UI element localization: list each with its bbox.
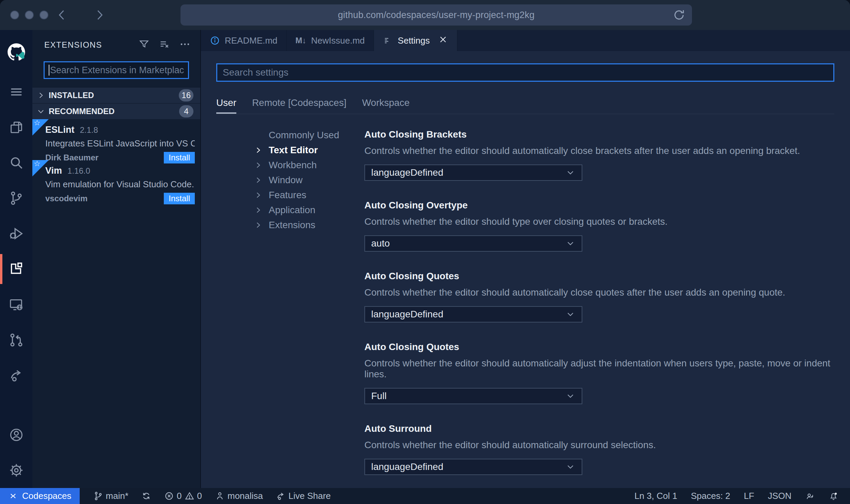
- notifications-item[interactable]: [825, 491, 842, 501]
- window-close-button[interactable]: [10, 11, 19, 19]
- live-share-icon[interactable]: [0, 358, 32, 393]
- chevron-right-icon: [254, 221, 263, 230]
- github-codespaces-logo: [0, 30, 32, 74]
- setting-select[interactable]: auto: [364, 235, 582, 252]
- extension-version: 1.16.0: [67, 166, 90, 176]
- tab-label: NewIssue.md: [311, 35, 365, 46]
- setting-title: Auto Closing Overtype: [364, 200, 834, 211]
- user-status-item[interactable]: monalisa: [211, 491, 267, 501]
- filter-icon[interactable]: [138, 38, 150, 51]
- extension-list-item[interactable]: ☆ Vim 1.16.0 Vim emulation for Visual St…: [32, 160, 200, 201]
- extension-list-item[interactable]: ☆ ESLint 2.1.8 Integrates ESLint JavaScr…: [32, 119, 200, 160]
- settings-gear-icon[interactable]: [0, 453, 32, 488]
- cursor-position-item[interactable]: Ln 3, Col 1: [631, 491, 681, 501]
- eol-item[interactable]: LF: [740, 491, 757, 501]
- extension-description: Vim emulation for Visual Studio Code...: [45, 179, 195, 190]
- extension-author: vscodevim: [45, 194, 164, 203]
- chevron-right-icon: [36, 91, 45, 100]
- chevron-down-icon: [565, 391, 576, 401]
- toc-extensions[interactable]: Extensions: [254, 218, 364, 233]
- tab-settings[interactable]: Settings: [374, 30, 457, 51]
- extensions-search-input[interactable]: [50, 65, 184, 76]
- tab-label: Settings: [398, 35, 430, 46]
- scope-tab-workspace[interactable]: Workspace: [362, 97, 410, 114]
- git-branch-icon: [93, 491, 103, 501]
- tab-readme[interactable]: README.md: [201, 30, 287, 51]
- chevron-right-icon: [254, 146, 263, 155]
- language-mode-item[interactable]: JSON: [765, 491, 795, 501]
- browser-window: github.com/codespaces/user-my-project-mg…: [0, 0, 850, 504]
- run-debug-icon[interactable]: [0, 216, 32, 251]
- browser-chrome: github.com/codespaces/user-my-project-mg…: [0, 0, 850, 30]
- live-share-icon: [276, 491, 286, 501]
- toc-commonly-used[interactable]: Commonly Used: [254, 128, 364, 143]
- chevron-down-icon: [565, 238, 576, 249]
- address-bar[interactable]: github.com/codespaces/user-my-project-mg…: [180, 4, 692, 26]
- toc-features[interactable]: Features: [254, 188, 364, 203]
- setting-select[interactable]: languageDefined: [364, 164, 582, 181]
- forward-icon[interactable]: [92, 7, 107, 24]
- recommended-section-header[interactable]: RECOMMENDED 4: [32, 103, 200, 119]
- toc-text-editor[interactable]: Text Editor: [254, 143, 364, 158]
- sync-status-item[interactable]: [137, 491, 155, 501]
- setting-select[interactable]: languageDefined: [364, 459, 582, 475]
- scope-tab-remote[interactable]: Remote [Codespaces]: [252, 97, 346, 114]
- installed-section-header[interactable]: INSTALLED 16: [32, 87, 200, 103]
- editor-area: README.md M↓ NewIssue.md Settings User: [201, 30, 850, 488]
- extension-name: ESLint: [45, 125, 75, 135]
- markdown-icon: M↓: [296, 36, 306, 45]
- bell-icon: [829, 491, 838, 501]
- setting-item: Auto Surround Controls whether the edito…: [364, 423, 834, 475]
- clear-search-results-icon[interactable]: [159, 38, 170, 51]
- recommended-section-label: RECOMMENDED: [49, 107, 179, 116]
- account-icon[interactable]: [0, 417, 32, 453]
- search-icon[interactable]: [0, 145, 32, 180]
- source-control-icon[interactable]: [0, 180, 32, 216]
- sidebar-title: EXTENSIONS: [44, 40, 138, 50]
- extension-name: Vim: [45, 166, 62, 176]
- install-button[interactable]: Install: [164, 193, 195, 204]
- toc-workbench[interactable]: Workbench: [254, 158, 364, 173]
- text-cursor: [49, 65, 49, 76]
- problems-status-item[interactable]: 0 0: [160, 491, 206, 501]
- pull-requests-icon[interactable]: [0, 322, 32, 358]
- scope-tab-user[interactable]: User: [216, 97, 236, 114]
- setting-title: Auto Closing Quotes: [364, 342, 834, 352]
- window-minimize-button[interactable]: [25, 11, 34, 19]
- menu-icon[interactable]: [0, 74, 32, 110]
- extension-description: Integrates ESLint JavaScript into VS C..…: [45, 138, 195, 149]
- chevron-right-icon: [254, 206, 263, 215]
- setting-description: Controls whether the editor should type …: [364, 216, 834, 227]
- reload-icon[interactable]: [672, 8, 686, 22]
- settings-scope-tabs: User Remote [Codespaces] Workspace: [216, 97, 834, 114]
- more-actions-icon[interactable]: [179, 38, 191, 51]
- setting-title: Auto Surround: [364, 423, 834, 434]
- explorer-icon[interactable]: [0, 110, 32, 145]
- window-maximize-button[interactable]: [40, 11, 48, 19]
- tab-label: README.md: [225, 35, 278, 46]
- chevron-down-icon: [565, 462, 576, 472]
- setting-item: Auto Closing Overtype Controls whether t…: [364, 200, 834, 252]
- settings-list: Auto Closing Brackets Controls whether t…: [364, 128, 834, 488]
- extensions-icon[interactable]: [0, 251, 32, 287]
- setting-description: Controls whether the editor should autom…: [364, 145, 834, 156]
- toc-application[interactable]: Application: [254, 203, 364, 218]
- toc-window[interactable]: Window: [254, 173, 364, 188]
- setting-select[interactable]: languageDefined: [364, 306, 582, 322]
- live-share-status-item[interactable]: Live Share: [272, 491, 335, 501]
- settings-search-input[interactable]: [223, 67, 828, 78]
- chevron-right-icon: [254, 161, 263, 170]
- warning-icon: [185, 491, 194, 501]
- branch-status-item[interactable]: main*: [89, 491, 132, 501]
- feedback-item[interactable]: [802, 491, 818, 501]
- chevron-down-icon: [565, 309, 576, 319]
- back-icon[interactable]: [54, 7, 69, 24]
- installed-section-label: INSTALLED: [49, 91, 179, 100]
- codespaces-status-item[interactable]: Codespaces: [0, 488, 80, 504]
- close-tab-icon[interactable]: [438, 34, 448, 47]
- chevron-down-icon: [565, 168, 576, 178]
- tab-newissue[interactable]: M↓ NewIssue.md: [287, 30, 374, 51]
- setting-select[interactable]: Full: [364, 388, 582, 404]
- indentation-item[interactable]: Spaces: 2: [688, 491, 734, 501]
- remote-explorer-icon[interactable]: [0, 287, 32, 322]
